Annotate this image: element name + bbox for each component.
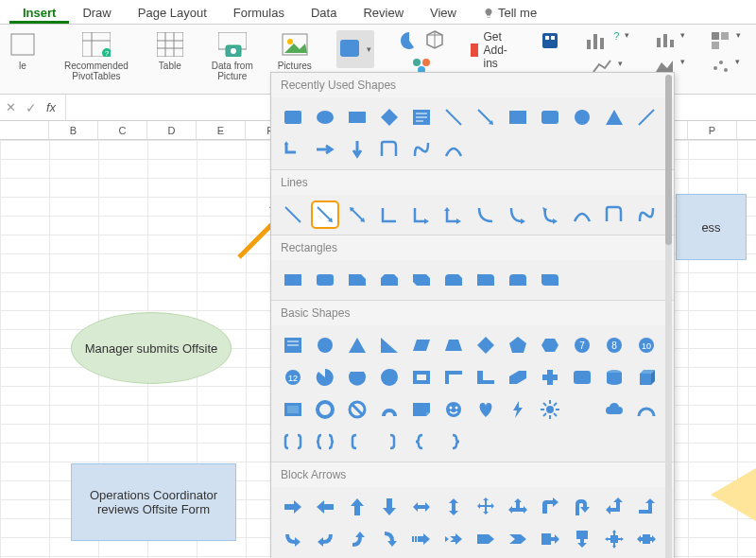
arrow-left[interactable] bbox=[313, 495, 337, 519]
basic-plaque[interactable] bbox=[570, 365, 594, 390]
basic-dodecagon[interactable]: 12 bbox=[281, 365, 305, 390]
ribbon-charts-2[interactable]: ▾ ▾ bbox=[650, 30, 689, 74]
line-freeform2[interactable] bbox=[602, 202, 627, 227]
arrow-curved-up[interactable] bbox=[345, 527, 369, 551]
basic-cloud[interactable] bbox=[602, 397, 627, 422]
basic-textbox[interactable] bbox=[281, 333, 305, 357]
line-elbow-arrow[interactable] bbox=[409, 202, 434, 227]
basic-right-brace[interactable] bbox=[441, 429, 466, 454]
tab-formulas[interactable]: Formulas bbox=[220, 2, 298, 24]
ribbon-pictures[interactable]: Pictures bbox=[274, 30, 316, 71]
shape-circle[interactable] bbox=[570, 105, 594, 130]
basic-half-frame[interactable] bbox=[441, 365, 466, 390]
basic-bevel[interactable] bbox=[281, 397, 305, 422]
shape-rounded-rect[interactable] bbox=[281, 105, 305, 130]
rect-snip-diag[interactable] bbox=[409, 268, 434, 292]
basic-octagon[interactable]: 8 bbox=[602, 333, 627, 357]
basic-heart[interactable] bbox=[473, 397, 498, 422]
arrow-down-callout[interactable] bbox=[570, 527, 594, 551]
basic-folded-corner[interactable] bbox=[409, 397, 434, 422]
basic-frame[interactable] bbox=[409, 365, 434, 390]
basic-lshape[interactable] bbox=[473, 365, 498, 390]
arrow-notched-right[interactable] bbox=[441, 527, 466, 551]
line-elbow-double[interactable] bbox=[441, 202, 466, 227]
basic-decagon[interactable]: 10 bbox=[634, 333, 659, 357]
arrow-uturn[interactable] bbox=[570, 495, 594, 519]
confirm-icon[interactable]: ✓ bbox=[26, 100, 37, 115]
rect-snip1[interactable] bbox=[345, 268, 369, 292]
basic-left-bracket[interactable] bbox=[345, 429, 369, 454]
shape-return-arrow[interactable] bbox=[281, 137, 305, 162]
line-curved-double[interactable] bbox=[538, 202, 562, 227]
basic-double-bracket[interactable] bbox=[281, 429, 305, 454]
shape-arrow-line[interactable] bbox=[473, 105, 498, 130]
basic-smiley[interactable] bbox=[441, 397, 466, 422]
line-plain[interactable] bbox=[281, 202, 305, 227]
arrow-leftup[interactable] bbox=[602, 495, 627, 519]
shape-triangle[interactable] bbox=[602, 105, 627, 130]
shape-right-arrow[interactable] bbox=[313, 137, 337, 162]
arrow-down[interactable] bbox=[377, 495, 402, 519]
ribbon-recommended-pivottables[interactable]: ? Recommended PivotTables bbox=[60, 30, 132, 81]
fx-label[interactable]: fx bbox=[46, 100, 56, 114]
cancel-icon[interactable]: ✕ bbox=[6, 100, 16, 114]
arrow-leftright[interactable] bbox=[409, 495, 434, 519]
basic-chord[interactable] bbox=[345, 365, 369, 390]
arrow-updown[interactable] bbox=[441, 495, 466, 519]
basic-donut[interactable] bbox=[313, 397, 337, 422]
arrow-leftright-callout[interactable] bbox=[634, 527, 659, 551]
arrow-leftrightup[interactable] bbox=[506, 495, 530, 519]
shape-rect-partial[interactable]: ess bbox=[676, 194, 747, 260]
basic-block-arc[interactable] bbox=[377, 397, 402, 422]
ribbon-charts-3[interactable]: ▾ ▾ bbox=[706, 30, 745, 74]
rect-rounded[interactable] bbox=[313, 268, 337, 292]
line-arrow[interactable] bbox=[313, 202, 337, 227]
shape-curve[interactable] bbox=[441, 137, 466, 162]
ribbon-data-from-picture[interactable]: Data from Picture bbox=[208, 30, 257, 81]
arrow-curved-down[interactable] bbox=[377, 527, 402, 551]
arrow-right-callout[interactable] bbox=[538, 527, 562, 551]
arrow-bent-up[interactable] bbox=[634, 495, 659, 519]
basic-double-brace[interactable] bbox=[313, 429, 337, 454]
rect-round2[interactable] bbox=[506, 268, 530, 292]
ribbon-charts-1[interactable]: ?▾ ▾ bbox=[581, 30, 633, 76]
line-scribble2[interactable] bbox=[634, 202, 659, 227]
rect-round1[interactable] bbox=[473, 268, 498, 292]
shape-rect[interactable] bbox=[345, 105, 369, 130]
basic-cube[interactable] bbox=[634, 365, 659, 390]
shape-rect2[interactable] bbox=[506, 105, 530, 130]
tab-draw[interactable]: Draw bbox=[69, 2, 124, 24]
tab-data[interactable]: Data bbox=[298, 2, 350, 24]
arrow-curved-right[interactable] bbox=[281, 527, 305, 551]
basic-lightning[interactable] bbox=[506, 397, 530, 422]
col-d[interactable]: D bbox=[147, 121, 197, 139]
shape-rect-operations[interactable]: Operations Coordinator reviews Offsite F… bbox=[71, 463, 236, 541]
col-a[interactable] bbox=[0, 121, 49, 139]
rect-plain[interactable] bbox=[281, 268, 305, 292]
ribbon-partial-left[interactable]: le bbox=[2, 30, 43, 71]
rect-snip-round[interactable] bbox=[441, 268, 466, 292]
arrow-curved-left[interactable] bbox=[313, 527, 337, 551]
tell-me[interactable]: Tell me bbox=[470, 2, 550, 24]
shape-oval-manager[interactable]: Manager submits Offsite bbox=[71, 312, 232, 384]
col-b[interactable]: B bbox=[49, 121, 98, 139]
ribbon-shapes[interactable]: ▾ bbox=[333, 30, 378, 68]
shape-oval[interactable] bbox=[313, 105, 337, 130]
shape-textbox[interactable] bbox=[409, 105, 434, 130]
col-p[interactable]: P bbox=[688, 121, 737, 139]
arrow-right[interactable] bbox=[281, 495, 305, 519]
basic-pie[interactable] bbox=[313, 365, 337, 390]
basic-triangle[interactable] bbox=[345, 333, 369, 357]
basic-diag-stripe[interactable] bbox=[506, 365, 530, 390]
shape-freeform[interactable] bbox=[377, 137, 402, 162]
line-curved-arrow[interactable] bbox=[506, 202, 530, 227]
basic-cross[interactable] bbox=[538, 365, 562, 390]
line-curve2[interactable] bbox=[570, 202, 594, 227]
basic-parallelogram[interactable] bbox=[409, 333, 434, 357]
shape-diamond[interactable] bbox=[377, 105, 402, 130]
basic-left-brace[interactable] bbox=[409, 429, 434, 454]
arrow-quad[interactable] bbox=[473, 495, 498, 519]
arrow-chevron[interactable] bbox=[506, 527, 530, 551]
col-c[interactable]: C bbox=[98, 121, 147, 139]
basic-sun[interactable] bbox=[538, 397, 562, 422]
